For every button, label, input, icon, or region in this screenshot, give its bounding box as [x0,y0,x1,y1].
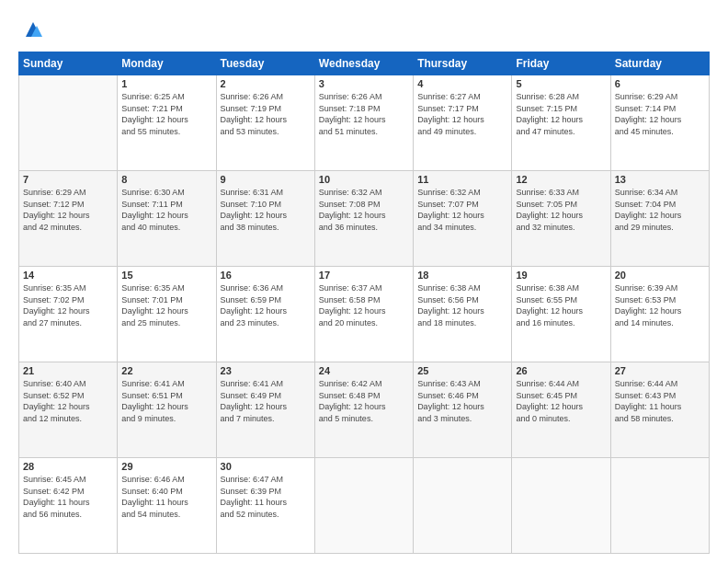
day-info: Sunrise: 6:47 AM Sunset: 6:39 PM Dayligh… [221,474,311,520]
day-info: Sunrise: 6:36 AM Sunset: 6:59 PM Dayligh… [221,282,311,328]
calendar-cell: 30Sunrise: 6:47 AM Sunset: 6:39 PM Dayli… [216,458,314,554]
day-number: 15 [121,270,211,281]
day-header-friday: Friday [512,52,610,75]
week-row-1: 1Sunrise: 6:25 AM Sunset: 7:21 PM Daylig… [19,75,710,171]
day-info: Sunrise: 6:40 AM Sunset: 6:52 PM Dayligh… [23,378,113,424]
logo-icon [18,15,48,44]
day-info: Sunrise: 6:43 AM Sunset: 6:46 PM Dayligh… [417,378,507,424]
day-number: 11 [417,174,507,185]
day-number: 9 [221,174,311,185]
header [18,15,710,44]
day-number: 16 [221,270,311,281]
day-number: 27 [615,365,705,376]
week-row-4: 21Sunrise: 6:40 AM Sunset: 6:52 PM Dayli… [19,362,710,458]
calendar-cell: 26Sunrise: 6:44 AM Sunset: 6:45 PM Dayli… [512,362,610,458]
day-info: Sunrise: 6:28 AM Sunset: 7:15 PM Dayligh… [516,91,606,137]
day-number: 18 [417,270,507,281]
calendar-cell: 18Sunrise: 6:38 AM Sunset: 6:56 PM Dayli… [414,267,512,362]
day-info: Sunrise: 6:46 AM Sunset: 6:40 PM Dayligh… [121,474,211,520]
calendar-cell: 5Sunrise: 6:28 AM Sunset: 7:15 PM Daylig… [512,75,610,171]
day-info: Sunrise: 6:37 AM Sunset: 6:58 PM Dayligh… [319,282,409,328]
day-header-tuesday: Tuesday [216,52,314,75]
day-info: Sunrise: 6:41 AM Sunset: 6:51 PM Dayligh… [121,378,211,424]
day-info: Sunrise: 6:26 AM Sunset: 7:19 PM Dayligh… [221,91,311,137]
calendar-cell [314,458,413,554]
calendar-cell [414,458,512,554]
day-number: 26 [516,365,606,376]
day-number: 23 [221,365,311,376]
calendar-cell: 7Sunrise: 6:29 AM Sunset: 7:12 PM Daylig… [19,171,118,267]
day-number: 29 [121,461,211,472]
calendar-cell: 28Sunrise: 6:45 AM Sunset: 6:42 PM Dayli… [19,458,118,554]
day-header-saturday: Saturday [610,52,709,75]
day-info: Sunrise: 6:32 AM Sunset: 7:07 PM Dayligh… [417,187,507,233]
day-number: 22 [121,365,211,376]
day-number: 1 [121,78,211,89]
week-row-2: 7Sunrise: 6:29 AM Sunset: 7:12 PM Daylig… [19,171,710,267]
calendar-cell: 10Sunrise: 6:32 AM Sunset: 7:08 PM Dayli… [314,171,413,267]
calendar-cell: 2Sunrise: 6:26 AM Sunset: 7:19 PM Daylig… [216,75,314,171]
day-number: 21 [23,365,113,376]
day-header-sunday: Sunday [19,52,118,75]
calendar-cell: 29Sunrise: 6:46 AM Sunset: 6:40 PM Dayli… [118,458,216,554]
calendar-cell: 16Sunrise: 6:36 AM Sunset: 6:59 PM Dayli… [216,267,314,362]
day-info: Sunrise: 6:29 AM Sunset: 7:12 PM Dayligh… [23,187,113,233]
day-number: 4 [417,78,507,89]
calendar-cell: 11Sunrise: 6:32 AM Sunset: 7:07 PM Dayli… [414,171,512,267]
calendar-cell: 14Sunrise: 6:35 AM Sunset: 7:02 PM Dayli… [19,267,118,362]
calendar-cell: 8Sunrise: 6:30 AM Sunset: 7:11 PM Daylig… [118,171,216,267]
day-info: Sunrise: 6:32 AM Sunset: 7:08 PM Dayligh… [319,187,409,233]
day-info: Sunrise: 6:45 AM Sunset: 6:42 PM Dayligh… [23,474,113,520]
calendar-cell: 23Sunrise: 6:41 AM Sunset: 6:49 PM Dayli… [216,362,314,458]
calendar-cell: 22Sunrise: 6:41 AM Sunset: 6:51 PM Dayli… [118,362,216,458]
day-number: 17 [319,270,409,281]
calendar-cell: 20Sunrise: 6:39 AM Sunset: 6:53 PM Dayli… [610,267,709,362]
calendar-cell: 3Sunrise: 6:26 AM Sunset: 7:18 PM Daylig… [314,75,413,171]
calendar-cell: 4Sunrise: 6:27 AM Sunset: 7:17 PM Daylig… [414,75,512,171]
day-number: 3 [319,78,409,89]
week-row-3: 14Sunrise: 6:35 AM Sunset: 7:02 PM Dayli… [19,267,710,362]
header-row: SundayMondayTuesdayWednesdayThursdayFrid… [19,52,710,75]
calendar-cell: 13Sunrise: 6:34 AM Sunset: 7:04 PM Dayli… [610,171,709,267]
day-header-wednesday: Wednesday [314,52,413,75]
day-number: 6 [615,78,705,89]
day-number: 20 [615,270,705,281]
day-number: 7 [23,174,113,185]
day-number: 13 [615,174,705,185]
day-info: Sunrise: 6:27 AM Sunset: 7:17 PM Dayligh… [417,91,507,137]
calendar-cell: 21Sunrise: 6:40 AM Sunset: 6:52 PM Dayli… [19,362,118,458]
day-info: Sunrise: 6:38 AM Sunset: 6:56 PM Dayligh… [417,282,507,328]
day-info: Sunrise: 6:33 AM Sunset: 7:05 PM Dayligh… [516,187,606,233]
calendar-cell: 17Sunrise: 6:37 AM Sunset: 6:58 PM Dayli… [314,267,413,362]
day-header-thursday: Thursday [414,52,512,75]
day-header-monday: Monday [118,52,216,75]
day-info: Sunrise: 6:29 AM Sunset: 7:14 PM Dayligh… [615,91,705,137]
day-number: 2 [221,78,311,89]
day-number: 30 [221,461,311,472]
day-info: Sunrise: 6:30 AM Sunset: 7:11 PM Dayligh… [121,187,211,233]
day-info: Sunrise: 6:25 AM Sunset: 7:21 PM Dayligh… [121,91,211,137]
logo [18,15,51,44]
calendar-cell: 9Sunrise: 6:31 AM Sunset: 7:10 PM Daylig… [216,171,314,267]
day-number: 12 [516,174,606,185]
week-row-5: 28Sunrise: 6:45 AM Sunset: 6:42 PM Dayli… [19,458,710,554]
calendar-cell: 1Sunrise: 6:25 AM Sunset: 7:21 PM Daylig… [118,75,216,171]
calendar-cell: 24Sunrise: 6:42 AM Sunset: 6:48 PM Dayli… [314,362,413,458]
day-info: Sunrise: 6:35 AM Sunset: 7:02 PM Dayligh… [23,282,113,328]
day-number: 5 [516,78,606,89]
day-info: Sunrise: 6:34 AM Sunset: 7:04 PM Dayligh… [615,187,705,233]
day-number: 24 [319,365,409,376]
page: SundayMondayTuesdayWednesdayThursdayFrid… [0,0,728,563]
day-number: 19 [516,270,606,281]
day-info: Sunrise: 6:41 AM Sunset: 6:49 PM Dayligh… [221,378,311,424]
day-number: 10 [319,174,409,185]
calendar-cell: 15Sunrise: 6:35 AM Sunset: 7:01 PM Dayli… [118,267,216,362]
day-info: Sunrise: 6:44 AM Sunset: 6:45 PM Dayligh… [516,378,606,424]
calendar-cell: 6Sunrise: 6:29 AM Sunset: 7:14 PM Daylig… [610,75,709,171]
calendar-cell: 12Sunrise: 6:33 AM Sunset: 7:05 PM Dayli… [512,171,610,267]
day-info: Sunrise: 6:39 AM Sunset: 6:53 PM Dayligh… [615,282,705,328]
calendar-cell [19,75,118,171]
day-number: 28 [23,461,113,472]
day-number: 8 [121,174,211,185]
calendar-cell: 27Sunrise: 6:44 AM Sunset: 6:43 PM Dayli… [610,362,709,458]
